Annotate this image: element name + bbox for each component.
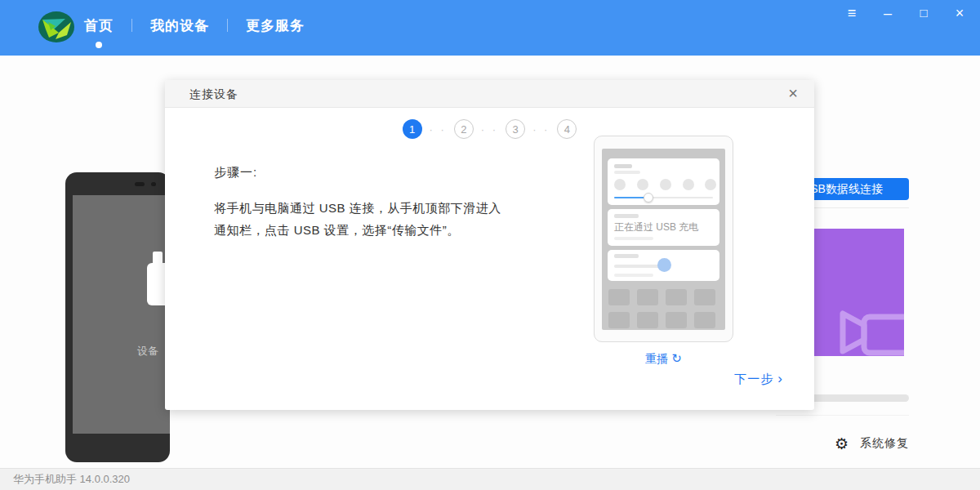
placeholder-bar bbox=[614, 265, 663, 268]
chevron-right-icon: › bbox=[777, 371, 783, 386]
app-icon-placeholder bbox=[694, 312, 715, 328]
dialog-title: 连接设备 bbox=[189, 80, 238, 108]
nav-devices-label: 我的设备 bbox=[150, 18, 209, 33]
app-icon-placeholder bbox=[637, 312, 658, 328]
main-nav: 首页 我的设备 更多服务 bbox=[84, 0, 305, 56]
step-2: 2 bbox=[454, 119, 474, 139]
hisuite-logo-icon bbox=[38, 8, 75, 46]
step-heading: 步骤一: bbox=[214, 165, 257, 180]
usb-notification-card: 正在通过 USB 充电 bbox=[608, 209, 719, 246]
next-step-label: 下一步 bbox=[734, 372, 773, 385]
device-status-text: 设备 bbox=[137, 344, 158, 359]
quick-toggle-icon bbox=[637, 179, 648, 190]
connect-device-dialog: 连接设备 × 1 · · 2 · · 3 · · 4 步骤一: 将手机与电脑通过… bbox=[165, 80, 814, 410]
app-version-text: 华为手机助手 14.0.0.320 bbox=[13, 469, 130, 490]
step-3: 3 bbox=[506, 119, 525, 139]
maximize-icon[interactable]: □ bbox=[916, 2, 931, 24]
app-window: 首页 我的设备 更多服务 ≡ – □ × 设备 bbox=[0, 0, 980, 490]
replay-button[interactable]: 重播 ↻ bbox=[594, 351, 733, 367]
replay-icon: ↻ bbox=[671, 351, 682, 365]
placeholder-bar bbox=[614, 164, 632, 168]
replay-label: 重播 bbox=[645, 352, 668, 365]
dialog-header: 连接设备 × bbox=[165, 80, 814, 108]
nav-item-my-devices[interactable]: 我的设备 bbox=[150, 13, 209, 43]
device-phone-screen bbox=[73, 195, 170, 434]
demo-phone-illustration: 正在通过 USB 充电 bbox=[594, 136, 733, 342]
step-1: 1 bbox=[403, 119, 422, 139]
step-separator: · · bbox=[481, 123, 498, 136]
device-phone-mockup: 设备 bbox=[65, 172, 170, 462]
nav-home-label: 首页 bbox=[84, 18, 114, 33]
gear-icon: ⚙ bbox=[835, 434, 849, 452]
app-icon-placeholder bbox=[694, 289, 715, 305]
phone-camera-icon bbox=[151, 182, 156, 186]
app-icon-placeholder bbox=[666, 312, 687, 328]
window-controls: ≡ – □ × bbox=[844, 2, 967, 24]
active-nav-dot bbox=[96, 42, 102, 48]
quick-toggle-icon bbox=[614, 179, 626, 190]
placeholder-bar bbox=[614, 274, 653, 277]
phone-speaker-icon bbox=[135, 182, 145, 186]
placeholder-bar bbox=[614, 214, 639, 218]
notification-card bbox=[608, 250, 719, 281]
placeholder-bar bbox=[614, 171, 640, 174]
close-icon[interactable]: × bbox=[952, 2, 967, 24]
step-separator: · · bbox=[532, 123, 550, 136]
step-separator: · · bbox=[430, 123, 447, 136]
nav-item-more-services[interactable]: 更多服务 bbox=[246, 13, 305, 43]
placeholder-bar bbox=[614, 254, 639, 258]
brightness-slider-track bbox=[650, 197, 713, 198]
system-repair-button[interactable]: ⚙ 系统修复 bbox=[835, 434, 909, 452]
nav-divider bbox=[227, 19, 228, 32]
quick-toggle-icon bbox=[683, 179, 694, 190]
video-icon bbox=[831, 309, 904, 356]
system-repair-label: 系统修复 bbox=[860, 436, 909, 451]
step-4: 4 bbox=[557, 119, 577, 139]
nav-services-label: 更多服务 bbox=[246, 18, 305, 33]
quick-toggle-icon bbox=[660, 179, 671, 190]
app-icon-placeholder bbox=[608, 289, 630, 305]
menu-icon[interactable]: ≡ bbox=[844, 2, 859, 24]
dialog-close-icon[interactable]: × bbox=[783, 80, 803, 107]
top-bar: 首页 我的设备 更多服务 ≡ – □ × bbox=[0, 0, 980, 56]
status-bar: 华为手机助手 14.0.0.320 bbox=[0, 468, 980, 490]
panel-divider bbox=[776, 415, 909, 416]
toggle-knob-icon bbox=[657, 258, 671, 272]
next-step-button[interactable]: 下一步 › bbox=[734, 371, 783, 387]
nav-divider bbox=[131, 19, 132, 32]
usb-charging-text: 正在通过 USB 充电 bbox=[614, 220, 698, 234]
minimize-icon[interactable]: – bbox=[880, 2, 895, 24]
brightness-slider-knob bbox=[644, 193, 653, 203]
nav-item-home[interactable]: 首页 bbox=[84, 13, 114, 43]
step-instruction: 将手机与电脑通过 USB 连接，从手机顶部下滑进入通知栏，点击 USB 设置，选… bbox=[214, 197, 513, 241]
placeholder-bar bbox=[614, 237, 653, 240]
app-icon-placeholder bbox=[666, 289, 687, 305]
app-icon-placeholder bbox=[637, 289, 658, 305]
app-icon-placeholder bbox=[608, 312, 630, 328]
demo-phone-screen: 正在通过 USB 充电 bbox=[602, 149, 725, 330]
quick-toggle-icon bbox=[705, 179, 716, 190]
quick-settings-card bbox=[608, 158, 719, 205]
